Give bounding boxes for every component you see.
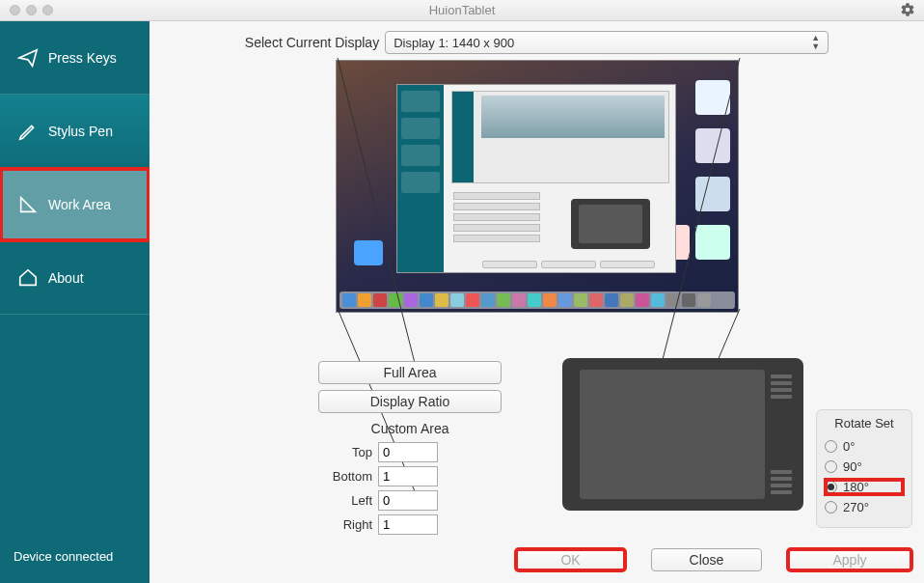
sidebar-label: Press Keys [48, 50, 117, 66]
window-title: HuionTablet [0, 3, 924, 17]
top-label: Top [318, 445, 372, 459]
rotate-label: 0° [843, 439, 855, 454]
rotate-label: 180° [843, 480, 869, 494]
tablet-preview [562, 358, 803, 511]
display-preview [336, 60, 739, 313]
display-select-label: Select Current Display [245, 35, 379, 50]
pen-icon [17, 121, 39, 142]
bottom-label: Bottom [318, 469, 372, 484]
right-input[interactable] [378, 514, 438, 535]
radio-icon [825, 481, 837, 493]
sidebar-item-about[interactable]: About [0, 241, 149, 315]
rotate-set-header: Rotate Set [825, 416, 904, 430]
sidebar-label: About [48, 270, 84, 286]
apply-button[interactable]: Apply [787, 548, 912, 571]
sidebar-item-press-keys[interactable]: Press Keys [0, 21, 149, 95]
rotate-option-0[interactable]: 0° [825, 438, 904, 455]
rotate-option-90[interactable]: 90° [825, 458, 904, 475]
sidebar-item-work-area[interactable]: Work Area [0, 168, 149, 241]
sidebar-label: Work Area [48, 197, 111, 212]
home-icon [17, 267, 39, 289]
chevron-updown-icon: ▲▼ [811, 34, 820, 51]
sidebar: Press Keys Stylus Pen Work Area About De… [0, 21, 149, 583]
paper-plane-icon [17, 47, 39, 69]
display-ratio-button[interactable]: Display Ratio [318, 390, 502, 413]
tablet-active-area [580, 370, 765, 499]
custom-area-header: Custom Area [318, 421, 502, 436]
display-select[interactable]: Display 1: 1440 x 900 ▲▼ [385, 31, 829, 54]
triangle-icon [17, 194, 39, 215]
left-label: Left [318, 493, 372, 508]
rotate-label: 90° [843, 459, 862, 474]
close-button[interactable]: Close [651, 548, 762, 571]
tablet-express-keys-top [771, 372, 794, 402]
device-status: Device connected [0, 530, 149, 583]
left-input[interactable] [378, 490, 438, 511]
display-select-value: Display 1: 1440 x 900 [394, 36, 514, 50]
nested-preview-window [396, 84, 676, 273]
rotate-option-180[interactable]: 180° [825, 479, 904, 495]
radio-icon [825, 440, 837, 453]
window-titlebar: HuionTablet [0, 0, 924, 21]
radio-icon [825, 501, 837, 514]
radio-icon [825, 460, 837, 473]
dialog-buttons: OK Close Apply [515, 548, 912, 571]
dock-preview [340, 292, 735, 309]
tablet-express-keys-bottom [771, 467, 794, 497]
rotate-set-panel: Rotate Set 0° 90° 180° 270° [816, 409, 912, 528]
bottom-input[interactable] [378, 466, 438, 486]
sidebar-label: Stylus Pen [48, 124, 113, 139]
main-panel: Select Current Display Display 1: 1440 x… [149, 21, 924, 583]
sidebar-item-stylus-pen[interactable]: Stylus Pen [0, 95, 149, 168]
top-input[interactable] [378, 442, 438, 462]
full-area-button[interactable]: Full Area [318, 361, 502, 384]
rotate-option-270[interactable]: 270° [825, 499, 904, 515]
area-panel: Full Area Display Ratio Custom Area Top … [318, 361, 502, 539]
settings-gear-icon[interactable] [897, 2, 918, 17]
rotate-label: 270° [843, 500, 869, 514]
right-label: Right [318, 517, 372, 532]
ok-button[interactable]: OK [515, 548, 626, 571]
